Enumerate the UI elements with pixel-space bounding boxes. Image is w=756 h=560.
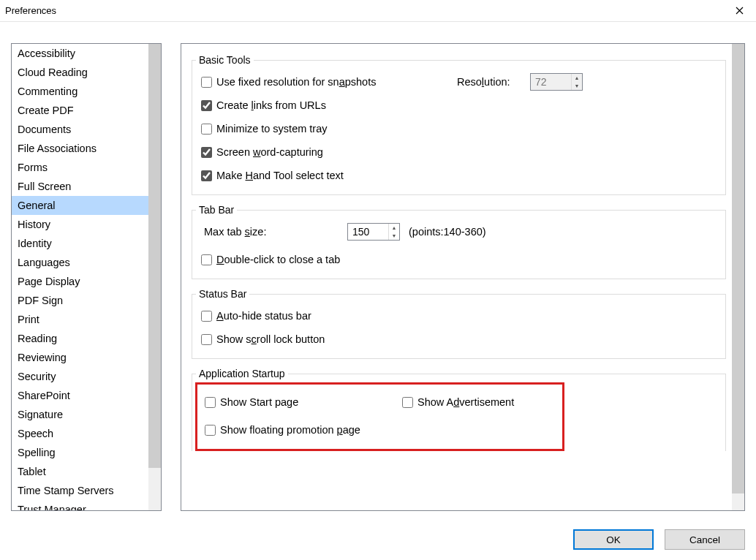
category-list: AccessibilityCloud ReadingCommentingCrea…	[11, 43, 162, 511]
resolution-input[interactable]	[531, 74, 571, 90]
resolution-spinbox[interactable]: ▲▼	[530, 73, 583, 91]
sidebar-item[interactable]: Trust Manager	[12, 500, 148, 510]
sidebar-item[interactable]: Commenting	[12, 82, 148, 101]
checkbox-auto-hide[interactable]: Auto-hide status bar	[201, 310, 311, 322]
checkbox-minimize-tray[interactable]: Minimize to system tray	[201, 123, 327, 135]
checkbox-screen-word[interactable]: Screen word-capturing	[201, 146, 323, 158]
sidebar-item[interactable]: Create PDF	[12, 101, 148, 120]
group-tab-bar: Tab Bar Max tab size: ▲▼ (points:140-360…	[192, 204, 726, 279]
group-application-startup: Application Startup Show Start page Show…	[192, 368, 726, 451]
titlebar: Preferences	[0, 0, 756, 22]
cancel-button[interactable]: Cancel	[665, 529, 745, 550]
spin-up-icon: ▲	[572, 74, 582, 82]
max-tab-size-label: Max tab size:	[201, 226, 347, 238]
window-title: Preferences	[5, 5, 56, 16]
highlighted-region: Show Start page Show Advertisement Show …	[195, 382, 564, 451]
checkbox-fixed-resolution[interactable]: Use fixed resolution for snapshots	[201, 76, 457, 88]
sidebar-item[interactable]: Security	[12, 367, 148, 386]
sidebar-item[interactable]: History	[12, 215, 148, 234]
sidebar-item[interactable]: Print	[12, 310, 148, 329]
max-tab-size-input[interactable]	[348, 224, 388, 240]
sidebar-item[interactable]: File Associations	[12, 139, 148, 158]
spin-down-icon: ▼	[389, 232, 399, 240]
max-tab-size-hint: (points:140-360)	[409, 226, 486, 238]
sidebar-item[interactable]: Reviewing	[12, 348, 148, 367]
sidebar-item[interactable]: Time Stamp Servers	[12, 481, 148, 500]
group-status-bar: Status Bar Auto-hide status bar Show scr…	[192, 288, 726, 359]
group-legend: Basic Tools	[196, 54, 254, 66]
sidebar-item[interactable]: Speech	[12, 424, 148, 443]
sidebar-item[interactable]: Documents	[12, 120, 148, 139]
dialog-footer: OK Cancel	[0, 519, 756, 560]
ok-button[interactable]: OK	[573, 529, 654, 550]
checkbox-create-links[interactable]: Create links from URLs	[201, 99, 326, 111]
sidebar-item[interactable]: Forms	[12, 158, 148, 177]
checkbox-show-promotion[interactable]: Show floating promotion page	[205, 424, 360, 436]
max-tab-size-spinbox[interactable]: ▲▼	[347, 223, 400, 241]
sidebar-item[interactable]: Spelling	[12, 443, 148, 462]
checkbox-show-advertisement[interactable]: Show Advertisement	[402, 396, 514, 408]
sidebar-item[interactable]: PDF Sign	[12, 291, 148, 310]
sidebar-scrollbar[interactable]	[148, 44, 161, 510]
sidebar-item[interactable]: Identity	[12, 234, 148, 253]
close-button[interactable]	[723, 0, 756, 21]
checkbox-hand-tool[interactable]: Make Hand Tool select text	[201, 170, 344, 181]
panel-scrollbar[interactable]	[732, 44, 744, 510]
category-list-items: AccessibilityCloud ReadingCommentingCrea…	[12, 44, 148, 510]
sidebar-item[interactable]: Accessibility	[12, 44, 148, 63]
group-legend: Tab Bar	[196, 204, 237, 216]
sidebar-item[interactable]: Languages	[12, 253, 148, 272]
sidebar-item[interactable]: Tablet	[12, 462, 148, 481]
group-basic-tools: Basic Tools Use fixed resolution for sna…	[192, 54, 726, 195]
sidebar-item[interactable]: Page Display	[12, 272, 148, 291]
checkbox-scroll-lock[interactable]: Show scroll lock button	[201, 333, 325, 345]
checkbox-input[interactable]	[201, 77, 212, 88]
settings-panel: Basic Tools Use fixed resolution for sna…	[181, 43, 745, 511]
spin-down-icon: ▼	[572, 82, 582, 90]
resolution-label: Resolution:	[457, 76, 530, 88]
sidebar-item[interactable]: Signature	[12, 405, 148, 424]
checkbox-show-start-page[interactable]: Show Start page	[205, 396, 402, 408]
close-icon	[736, 7, 744, 15]
sidebar-item[interactable]: Full Screen	[12, 177, 148, 196]
group-legend: Application Startup	[196, 368, 288, 379]
spin-up-icon: ▲	[389, 224, 399, 232]
sidebar-item[interactable]: SharePoint	[12, 386, 148, 405]
sidebar-item[interactable]: Cloud Reading	[12, 63, 148, 82]
sidebar-item[interactable]: Reading	[12, 329, 148, 348]
checkbox-double-click-close[interactable]: Double-click to close a tab	[201, 254, 340, 265]
group-legend: Status Bar	[196, 288, 249, 300]
sidebar-item[interactable]: General	[12, 196, 148, 215]
